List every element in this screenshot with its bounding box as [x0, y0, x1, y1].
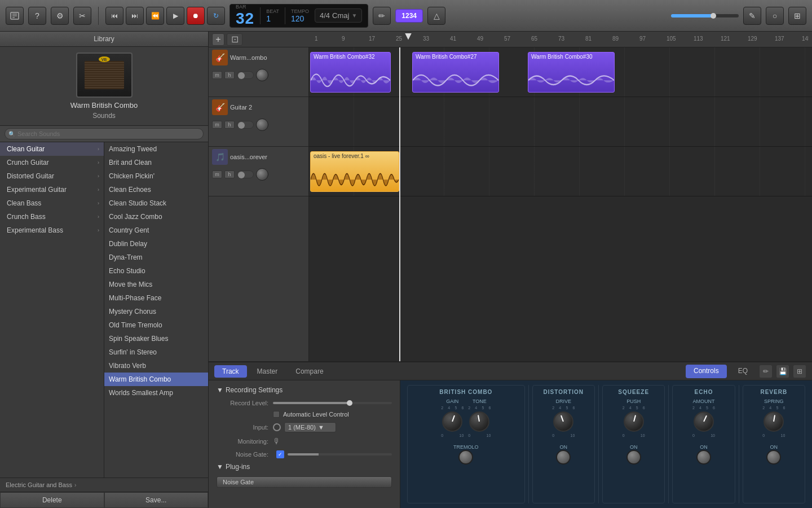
preset-item-3[interactable]: Clean Echoes — [104, 183, 208, 196]
track-volume-1[interactable] — [256, 69, 268, 81]
preset-item-11[interactable]: Multi-Phase Face — [104, 291, 208, 305]
track-headphone-btn-3[interactable]: h — [224, 170, 235, 178]
squeeze-on-knob[interactable] — [626, 450, 641, 465]
scissors-btn[interactable]: ✂ — [73, 7, 91, 25]
grid-btn[interactable]: ⊞ — [788, 7, 806, 25]
category-item-3[interactable]: Experimental Guitar› — [0, 183, 104, 196]
timeline[interactable]: Warm British Combo#32 Warm British Combo… — [309, 47, 812, 361]
category-item-2[interactable]: Distorted Guitar› — [0, 169, 104, 183]
tab-eq[interactable]: EQ — [730, 365, 756, 378]
preset-item-5[interactable]: Cool Jazz Combo — [104, 210, 208, 224]
preset-item-6[interactable]: Country Gent — [104, 224, 208, 237]
delete-button[interactable]: Delete — [0, 492, 104, 508]
track-toggle-2[interactable] — [237, 121, 254, 129]
preset-item-8[interactable]: Dyna-Trem — [104, 251, 208, 264]
preset-item-15[interactable]: Surfin' in Stereo — [104, 345, 208, 359]
category-item-4[interactable]: Clean Bass› — [0, 196, 104, 210]
gain-knob[interactable] — [442, 411, 462, 432]
library-header: Library — [0, 32, 208, 47]
noise-gate-btn[interactable]: Noise Gate — [217, 476, 392, 488]
amp-section-british-combo: BRITISH COMBO GAIN 2456 — [407, 385, 525, 503]
tremolo-knob[interactable] — [458, 450, 473, 465]
pencil-btn[interactable]: ✏ — [373, 7, 391, 25]
sc-save-btn[interactable]: 💾 — [776, 365, 789, 378]
skip-back-btn[interactable]: ⏪ — [146, 7, 164, 25]
distortion-on-knob[interactable] — [556, 450, 571, 465]
spring-knob[interactable] — [764, 411, 784, 432]
headphone-btn[interactable]: ○ — [766, 7, 784, 25]
tab-master[interactable]: Master — [249, 365, 286, 378]
library-footer[interactable]: Electric Guitar and Bass › — [0, 478, 208, 492]
mode-btn[interactable]: ⊡ — [227, 33, 242, 46]
tab-compare[interactable]: Compare — [288, 365, 331, 378]
rewind-btn[interactable]: ⏮ — [105, 7, 123, 25]
save-button[interactable]: Save... — [104, 492, 209, 508]
echo-on-knob[interactable] — [696, 450, 711, 465]
track-volume-3[interactable] — [256, 168, 268, 181]
tone-knob[interactable] — [469, 411, 489, 432]
record-level-slider[interactable] — [273, 402, 392, 404]
preset-item-0[interactable]: Amazing Tweed — [104, 142, 208, 156]
preset-item-16[interactable]: Vibrato Verb — [104, 359, 208, 373]
category-item-0[interactable]: Clean Guitar› — [0, 142, 104, 156]
clip-3[interactable]: Warm British Combo#30 — [528, 52, 615, 93]
sc-grid-btn[interactable]: ⊞ — [793, 365, 806, 378]
british-combo-title: BRITISH COMBO — [439, 389, 492, 395]
help-btn[interactable]: ? — [28, 7, 46, 25]
category-item-6[interactable]: Experimental Bass› — [0, 224, 104, 237]
sc-pencil-btn[interactable]: ✏ — [759, 365, 773, 378]
track-toggle-1[interactable] — [237, 71, 254, 79]
amount-knob[interactable] — [694, 411, 714, 432]
tab-track[interactable]: Track — [214, 365, 247, 378]
track-headphone-btn-1[interactable]: h — [224, 71, 235, 79]
preset-item-7[interactable]: Dublin Delay — [104, 237, 208, 251]
preset-item-4[interactable]: Clean Studio Stack — [104, 196, 208, 210]
preset-item-10[interactable]: Move the Mics — [104, 278, 208, 291]
new-btn[interactable] — [6, 7, 24, 25]
clip-oasis[interactable]: oasis - live forever.1 ∞ — [310, 151, 399, 192]
noise-gate-checkbox[interactable]: ✓ — [276, 450, 284, 458]
amp-section-distortion: DISTORTION DRIVE 2456 010 ON — [532, 385, 595, 503]
write-btn[interactable]: ✎ — [743, 7, 761, 25]
track-mute-btn-2[interactable]: m — [212, 121, 222, 129]
clip-2[interactable]: Warm British Combo#27 — [412, 52, 499, 93]
fast-forward-btn[interactable]: ⏭ — [126, 7, 144, 25]
track-mute-btn-1[interactable]: m — [212, 71, 222, 79]
preset-item-1[interactable]: Brit and Clean — [104, 156, 208, 169]
preset-item-17[interactable]: Warm British Combo — [104, 373, 208, 386]
track-toggle-3[interactable] — [237, 170, 254, 178]
smart-controls-btn[interactable]: 1234 — [395, 9, 423, 23]
track-mute-btn-3[interactable]: m — [212, 170, 222, 178]
triangle-btn[interactable]: △ — [427, 7, 445, 25]
master-volume-slider[interactable] — [671, 14, 739, 17]
time-sig-display[interactable]: 4/4 Cmaj ▼ — [315, 8, 362, 23]
input-select[interactable]: 1 (ME-80) ▼ — [284, 422, 336, 432]
track-volume-2[interactable] — [256, 119, 268, 131]
preset-item-12[interactable]: Mystery Chorus — [104, 305, 208, 318]
search-input[interactable] — [5, 128, 204, 139]
play-btn[interactable]: ▶ — [166, 7, 184, 25]
preset-item-13[interactable]: Old Time Tremolo — [104, 318, 208, 332]
preset-item-14[interactable]: Spin Speaker Blues — [104, 332, 208, 345]
drive-knob[interactable] — [553, 411, 573, 432]
track-headphone-btn-2[interactable]: h — [224, 121, 235, 129]
reverb-on-knob[interactable] — [766, 450, 781, 465]
record-btn[interactable]: ⏺ — [187, 7, 205, 25]
add-track-button[interactable]: + — [212, 33, 224, 46]
cycle-btn[interactable]: ↻ — [207, 7, 225, 25]
tab-controls[interactable]: Controls — [686, 365, 727, 378]
category-arrow-icon: › — [98, 187, 99, 192]
clip-1[interactable]: Warm British Combo#32 — [310, 52, 391, 93]
preset-item-9[interactable]: Echo Studio — [104, 264, 208, 278]
noise-gate-slider[interactable] — [288, 453, 392, 456]
sounds-label: Sounds — [92, 112, 116, 120]
auto-level-checkbox[interactable] — [273, 411, 280, 418]
category-item-1[interactable]: Crunch Guitar› — [0, 156, 104, 169]
gain-knob-container: GAIN 2456 010 — [441, 398, 464, 437]
settings-btn[interactable]: ⚙ — [51, 7, 69, 25]
push-knob[interactable] — [624, 411, 644, 432]
preset-item-18[interactable]: Worlds Smallest Amp — [104, 386, 208, 400]
preset-item-2[interactable]: Chicken Pickin' — [104, 169, 208, 183]
track-header-top-2: 🎸 Guitar 2 — [212, 99, 305, 115]
category-item-5[interactable]: Crunch Bass› — [0, 210, 104, 224]
